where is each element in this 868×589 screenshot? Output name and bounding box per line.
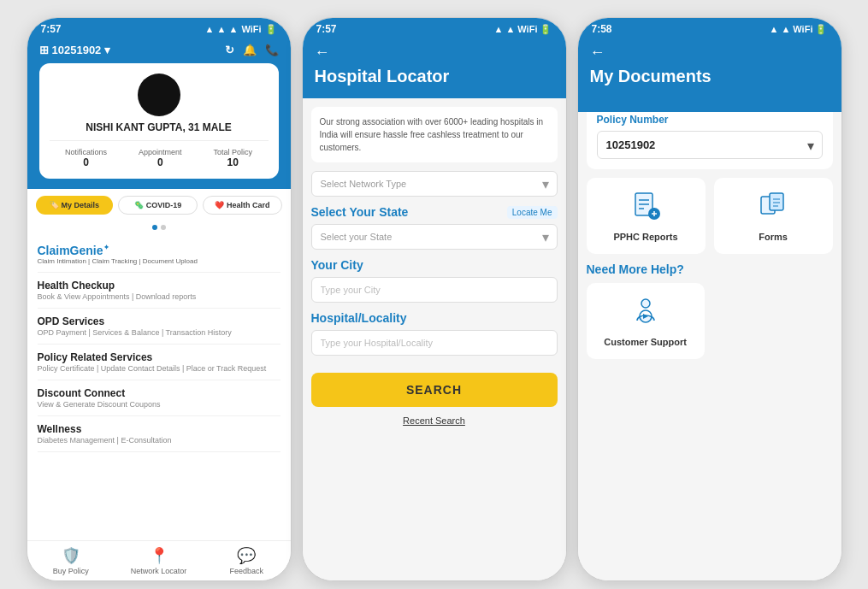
menu-item-discount[interactable]: Discount Connect View & Generate Discoun… [38,380,280,416]
state-section: Select Your State Locate Me Select your … [311,205,558,250]
network-select-wrapper: Select Network Type [311,171,558,197]
notifications-label: Notifications [65,148,107,156]
policy-services-title: Policy Related Services [38,351,280,363]
customer-support-card[interactable]: Customer Support [587,283,705,359]
forms-icon [723,190,824,227]
screen1-phone: 7:57 ▲ ▲ ▲ WiFi 🔋 ⊞ 10251902 ▾ ↻ 🔔 📞 NIS… [27,17,292,581]
city-section: Your City [311,258,558,303]
health-card-label: Health Card [227,201,270,209]
policy-number-label: Policy Number [597,114,823,126]
notifications-value: 0 [65,156,107,168]
city-input[interactable] [311,277,558,303]
quick-buttons: 🏷️ My Details 🦠 COVID-19 ❤️ Health Card [27,189,291,221]
locate-me-button[interactable]: Locate Me [507,206,558,219]
time-2: 7:57 [316,23,337,35]
nav-network-locator[interactable]: 📍 Network Locator [115,546,203,575]
pphc-reports-card[interactable]: PPHC Reports [587,178,706,254]
info-text: Our strong association with over 6000+ l… [320,117,544,152]
claim-genie-logo: ClaimGenie✦ [38,244,198,257]
feedback-label: Feedback [229,567,263,575]
screen1-header: ⊞ 10251902 ▾ ↻ 🔔 📞 NISHI KANT GUPTA, 31 … [27,38,291,189]
covid19-button[interactable]: 🦠 COVID-19 [118,196,198,215]
appointment-value: 0 [139,156,182,168]
locality-label: Hospital/Locality [311,311,558,325]
health-checkup-title: Health Checkup [38,280,280,292]
bottom-nav: 🛡️ Buy Policy 📍 Network Locator 💬 Feedba… [27,540,291,580]
feedback-icon: 💬 [237,546,256,565]
menu-section: ClaimGenie✦ Claim Intimation | Claim Tra… [27,233,291,540]
back-button-3[interactable]: ← [590,44,830,62]
screen2-phone: 7:57 ▲ ▲ WiFi 🔋 ← Hospital Locator Our s… [302,17,567,581]
buy-policy-label: Buy Policy [53,567,89,575]
screen2-header: ← Hospital Locator [303,38,566,98]
network-type-select[interactable]: Select Network Type [311,171,558,197]
back-button-2[interactable]: ← [315,44,554,62]
state-label: Select Your State Locate Me [311,205,558,219]
topbar-icons: ↻ 🔔 📞 [225,44,279,56]
covid-icon: 🦠 [134,201,144,209]
covid19-label: COVID-19 [146,201,182,209]
state-label-text: Select Your State [311,205,409,219]
claim-genie-sub: Claim Intimation | Claim Tracking | Docu… [38,257,198,265]
policy-select[interactable]: 10251902 [597,131,823,159]
status-bar-2: 7:57 ▲ ▲ WiFi 🔋 [303,18,566,38]
screen3-header: ← My Documents [578,38,841,112]
avatar [138,74,180,116]
dropdown-icon[interactable]: ▾ [104,44,110,56]
forms-card[interactable]: Forms [714,178,833,254]
locality-input[interactable] [311,330,558,356]
policy-number[interactable]: 10251902 [52,44,102,56]
city-label-text: Your City [311,258,363,272]
grid-icon: ⊞ [39,44,49,56]
nav-buy-policy[interactable]: 🛡️ Buy Policy [27,546,115,575]
policy-select-wrapper: 10251902 [597,131,823,159]
my-documents-title: My Documents [590,67,830,86]
svg-point-12 [641,299,650,308]
nav-feedback[interactable]: 💬 Feedback [203,546,291,575]
user-name: NISHI KANT GUPTA, 31 MALE [50,121,269,133]
policy-card: Policy Number 10251902 [587,112,833,169]
time-3: 7:58 [592,23,612,35]
policy-services-sub: Policy Certificate | Update Contact Deta… [38,364,280,373]
claim-genie-row[interactable]: ClaimGenie✦ Claim Intimation | Claim Tra… [38,237,280,273]
help-section: Need More Help? Customer Support [587,262,833,359]
bell-icon[interactable]: 🔔 [243,44,257,56]
network-locator-icon: 📍 [150,546,168,565]
dot-1 [152,225,157,230]
my-details-button[interactable]: 🏷️ My Details [36,196,114,215]
state-select[interactable]: Select your State [311,224,558,250]
opd-title: OPD Services [38,315,280,327]
health-checkup-sub: Book & View Appointments | Download repo… [38,292,280,301]
search-button[interactable]: SEARCH [311,373,558,407]
opd-sub: OPD Payment | Services & Balance | Trans… [38,328,280,337]
screen2-body: Our strong association with over 6000+ l… [303,98,566,580]
stats-row: Notifications 0 Appointment 0 Total Poli… [50,140,269,168]
menu-item-health-checkup[interactable]: Health Checkup Book & View Appointments … [38,273,280,309]
total-policy-label: Total Policy [213,148,252,156]
topbar-left: ⊞ 10251902 ▾ [39,44,111,56]
locality-section: Hospital/Locality [311,311,558,356]
customer-support-icon [599,295,693,332]
stat-appointment: Appointment 0 [139,148,182,168]
stat-total-policy: Total Policy 10 [213,148,252,168]
claim-genie-content: ClaimGenie✦ Claim Intimation | Claim Tra… [38,244,198,265]
buy-policy-icon: 🛡️ [62,546,80,565]
menu-item-policy-services[interactable]: Policy Related Services Policy Certifica… [38,345,280,380]
health-card-button[interactable]: ❤️ Health Card [203,196,282,215]
wellness-title: Wellness [38,423,280,435]
phone-icon[interactable]: 📞 [265,44,279,56]
carousel-dots [27,221,291,233]
refresh-icon[interactable]: ↻ [225,44,234,56]
discount-sub: View & Generate Discount Coupons [38,400,280,409]
my-details-label: My Details [62,201,100,209]
menu-item-wellness[interactable]: Wellness Diabetes Management | E-Consult… [38,416,280,452]
recent-search-link[interactable]: Recent Search [311,407,558,434]
total-policy-value: 10 [213,156,252,168]
help-title: Need More Help? [587,262,833,276]
locality-label-text: Hospital/Locality [311,311,407,325]
topbar: ⊞ 10251902 ▾ ↻ 🔔 📞 [39,44,279,63]
city-label: Your City [311,258,558,272]
pphc-reports-label: PPHC Reports [595,232,697,242]
dot-2 [161,225,166,230]
menu-item-opd[interactable]: OPD Services OPD Payment | Services & Ba… [38,309,280,345]
